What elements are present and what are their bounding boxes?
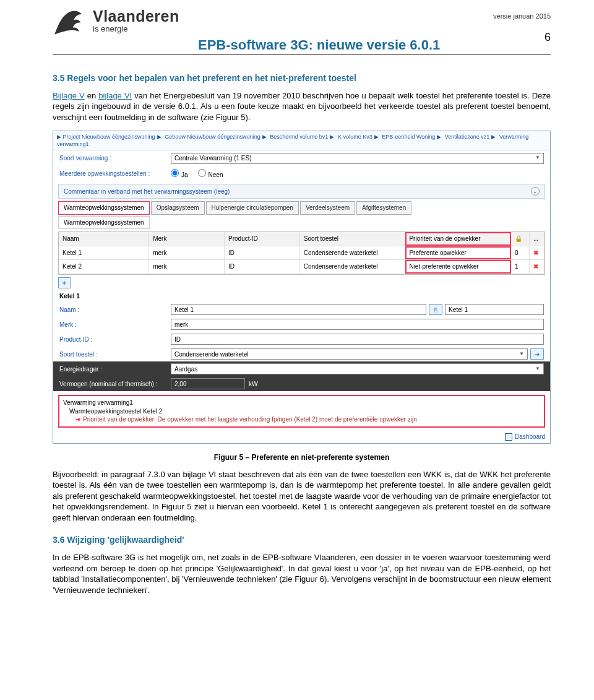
- label-vermogen: Vermogen (nominaal of thermisch) :: [59, 380, 171, 389]
- subtab-warmteopwekking[interactable]: Warmteopwekkingssystemen: [58, 216, 150, 230]
- table-row[interactable]: Ketel 1 merk ID Condenserende waterketel…: [59, 246, 544, 261]
- page-number: 6: [493, 31, 551, 44]
- page-header: Vlaanderen is energie EPB-software 3G: n…: [53, 0, 551, 55]
- label-productid: Product-ID :: [59, 335, 171, 344]
- input-productid[interactable]: ID: [171, 334, 544, 345]
- detail-title: Ketel 1: [59, 292, 80, 301]
- link-bijlage-v[interactable]: Bijlage V: [53, 91, 85, 100]
- radio-neen[interactable]: Neen: [198, 169, 223, 179]
- dashboard-link[interactable]: Dashboard: [515, 433, 545, 441]
- select-soort-toestel[interactable]: Condenserende waterketel▼: [171, 348, 528, 360]
- section-3-5-para2: Bijvoorbeeld: in paragraaf 7.3.0 van bij…: [53, 469, 551, 524]
- select-energiedrager[interactable]: Aardgas▼: [171, 363, 544, 374]
- breadcrumb-item[interactable]: Gebouw Nieuwbouw ééngezinswoning: [165, 134, 260, 140]
- dashboard-icon[interactable]: [505, 433, 512, 441]
- brand-tagline: is energie: [93, 24, 493, 33]
- lock-icon: 🔒: [511, 232, 530, 246]
- chevron-down-icon: ▼: [535, 155, 540, 162]
- input-naam[interactable]: Ketel 1: [171, 304, 426, 315]
- error-icon: ➔: [75, 416, 80, 423]
- section-3-5-para1: Bijlage V en bijlage VI van het Energieb…: [53, 90, 551, 123]
- breadcrumb-item[interactable]: Beschermd volume bv1: [270, 134, 328, 140]
- link-bijlage-vi[interactable]: bijlage VI: [98, 91, 132, 100]
- breadcrumb-item[interactable]: K-volume Kv3: [338, 134, 372, 140]
- lion-logo-icon: [53, 7, 84, 38]
- select-soort-verwarming[interactable]: Centrale Verwarming (1 ES)▼: [171, 153, 544, 164]
- section-3-6-para: In de EPB-software 3G is het mogelijk om…: [53, 552, 551, 595]
- doc-title: EPB-software 3G: nieuwe versie 6.0.1: [198, 37, 493, 53]
- table-header: Naam Merk Product-ID Soort toestel Prior…: [59, 232, 544, 246]
- figure-5-caption: Figuur 5 – Preferente en niet-preferente…: [53, 452, 551, 462]
- version-meta: versie januari 2015: [493, 12, 551, 20]
- validation-error-box: Verwarming verwarming1 Warmteopwekkingst…: [58, 395, 545, 428]
- breadcrumb-item[interactable]: Project Nieuwbouw ééngezinswoning: [63, 134, 155, 140]
- table-row[interactable]: Ketel 2 merk ID Condenserende waterketel…: [59, 260, 544, 274]
- logo: [53, 7, 93, 41]
- section-3-5-heading: 3.5 Regels voor het bepalen van het pref…: [53, 72, 551, 84]
- arrow-button[interactable]: ➔: [530, 348, 544, 360]
- label-meerdere-opwekkers: Meerdere opwekkingstoestellen :: [59, 170, 171, 178]
- tab-warmteopwekking[interactable]: Warmteopwekkingssystemen: [58, 201, 150, 215]
- breadcrumb-item[interactable]: Ventilatiezone vz1: [445, 134, 490, 140]
- error-text: Prioriteit van de opwekker: De opwekker …: [83, 416, 417, 423]
- input-vermogen[interactable]: 2,00: [171, 378, 245, 389]
- comment-section-header[interactable]: Commentaar in verband met het verwarming…: [58, 184, 545, 199]
- breadcrumb: ▶ Project Nieuwbouw ééngezinswoning▶ Geb…: [53, 131, 550, 150]
- delete-icon[interactable]: ✖: [533, 262, 538, 271]
- tabstrip: Warmteopwekkingssystemen Opslagsysteem H…: [58, 201, 545, 215]
- tab-opslag[interactable]: Opslagsysteem: [151, 201, 205, 215]
- label-energiedrager: Energiedrager :: [59, 365, 171, 374]
- screenshot-figure-5: ▶ Project Nieuwbouw ééngezinswoning▶ Geb…: [53, 131, 551, 444]
- label-naam: Naam :: [59, 306, 171, 314]
- add-row-button[interactable]: ＋: [58, 277, 71, 288]
- chevron-down-icon: ▼: [535, 366, 540, 373]
- breadcrumb-item[interactable]: EPB-eenheid Woning: [382, 134, 435, 140]
- opwekker-table: Naam Merk Product-ID Soort toestel Prior…: [58, 231, 545, 275]
- delete-icon[interactable]: ✖: [533, 249, 538, 257]
- label-merk: Merk :: [59, 321, 171, 329]
- tab-verdeel[interactable]: Verdeelsysteem: [300, 201, 355, 215]
- radio-ja[interactable]: Ja: [171, 169, 188, 179]
- tab-afgifte[interactable]: Afgiftesystemen: [356, 201, 411, 215]
- expand-icon[interactable]: ⌄: [531, 187, 540, 196]
- section-3-6-heading: 3.6 Wijziging 'gelijkwaardigheid': [53, 534, 551, 546]
- brand-name: Vlaanderen: [93, 7, 493, 25]
- label-soort-verwarming: Soort verwarming :: [59, 154, 171, 163]
- copy-button[interactable]: ⎘: [429, 304, 442, 315]
- unit-kw: kW: [249, 380, 257, 389]
- tab-hulpenergie[interactable]: Hulpenergie circulatiepompen: [206, 201, 299, 215]
- input-merk[interactable]: merk: [171, 319, 544, 330]
- readonly-naam: Ketel 1: [445, 304, 544, 315]
- col-prioriteit: Prioriteit van de opwekker: [405, 232, 511, 246]
- label-soort-toestel: Soort toestel :: [59, 350, 171, 359]
- chevron-down-icon: ▼: [519, 351, 524, 358]
